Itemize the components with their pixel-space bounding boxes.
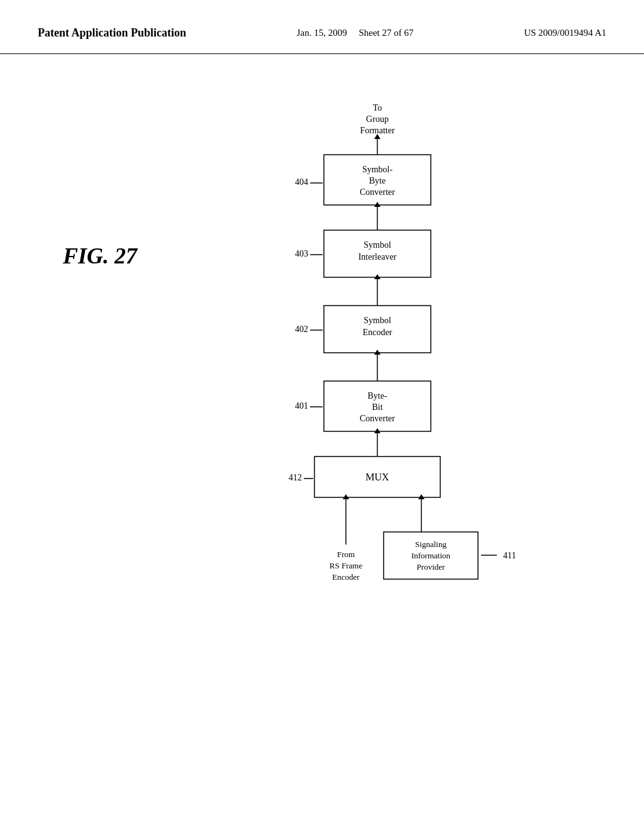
page-header: Patent Application Publication Jan. 15, … [0,0,644,54]
publication-title: Patent Application Publication [38,25,186,41]
from-rs-label: From [337,550,355,559]
label-411: 411 [503,551,516,560]
svg-text:Symbol: Symbol [364,240,391,250]
svg-text:Encoder: Encoder [332,572,360,582]
svg-text:Bit: Bit [372,402,382,412]
svg-text:Symbol: Symbol [364,316,391,325]
publication-date-sheet: Jan. 15, 2009 Sheet 27 of 67 [297,25,414,40]
svg-text:RS Frame: RS Frame [330,561,363,570]
svg-text:Byte: Byte [369,176,386,185]
svg-text:Converter: Converter [360,187,395,197]
label-401: 401 [295,401,308,411]
svg-text:Interleaver: Interleaver [358,252,397,262]
main-content: FIG. 27 To Group Formatter Symbol- Byte … [0,54,644,821]
sheet-info: Sheet 27 of 67 [358,28,413,38]
label-402: 402 [295,324,308,334]
svg-text:Encoder: Encoder [363,328,392,337]
label-403: 403 [295,249,308,258]
svg-text:Information: Information [411,551,451,560]
label-404: 404 [295,177,308,187]
svg-text:Converter: Converter [360,414,395,423]
svg-text:Provider: Provider [417,562,445,572]
svg-text:Signaling: Signaling [415,540,447,549]
svg-text:MUX: MUX [365,472,389,482]
publication-number: US 2009/0019494 A1 [524,25,606,40]
svg-text:Byte-: Byte- [367,391,387,401]
top-destination-label: To [373,103,382,113]
circuit-diagram: To Group Formatter Symbol- Byte Converte… [176,92,541,821]
figure-label: FIG. 27 [63,243,137,269]
publication-date: Jan. 15, 2009 [297,28,347,38]
svg-text:Formatter: Formatter [360,126,395,135]
svg-text:Symbol-: Symbol- [362,165,393,174]
label-412: 412 [289,473,302,482]
svg-text:Group: Group [366,114,389,124]
